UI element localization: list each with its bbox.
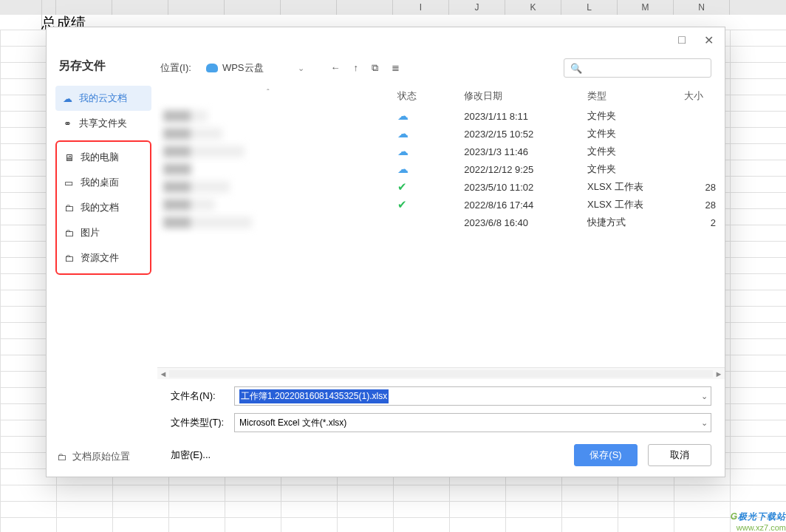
save-as-dialog: □ ✕ 另存文件 ☁ 我的云文档 ⚭ 共享文件夹 🖥 我的电脑 ▭ 我的桌面 (46, 27, 725, 477)
file-row[interactable]: ████✔2022/8/16 17:44XLSX 工作表28 (160, 196, 725, 214)
file-row[interactable]: ████2023/6/8 16:40快捷方式2 (160, 214, 725, 231)
file-list[interactable]: ˆ 状态 修改日期 类型 大小 ████☁2023/1/11 8:11文件夹██… (157, 85, 725, 367)
chevron-down-icon: ⌄ (298, 64, 304, 73)
filetype-combo[interactable]: Microsoft Excel 文件(*.xlsx) ⌄ (234, 413, 711, 432)
horizontal-scrollbar[interactable]: ◄ ► (157, 367, 725, 379)
sort-caret-icon[interactable]: ˆ (267, 88, 270, 97)
view-icon[interactable]: ≣ (392, 62, 400, 74)
cloud-icon: ☁ (61, 93, 73, 104)
folder-icon: 🗀 (63, 228, 75, 239)
file-row[interactable]: ████☁2023/1/11 8:11文件夹 (160, 107, 725, 125)
sidebar-item-label: 我的电脑 (81, 151, 119, 164)
sidebar-item-my-documents[interactable]: 🗀 我的文档 (57, 195, 150, 220)
up-icon[interactable]: ↑ (354, 62, 359, 74)
file-row[interactable]: ████☁2023/2/15 10:52文件夹 (160, 125, 725, 143)
watermark: G极光下载站 www.xz7.com (731, 511, 786, 532)
file-list-header[interactable]: 状态 修改日期 类型 大小 (160, 85, 725, 107)
sidebar-item-my-computer[interactable]: 🖥 我的电脑 (57, 145, 150, 170)
sidebar-item-label: 图片 (81, 226, 100, 239)
cancel-button[interactable]: 取消 (648, 444, 711, 466)
folder-icon: 🗀 (63, 202, 75, 214)
save-button[interactable]: 保存(S) (574, 444, 638, 466)
location-label: 位置(I): (160, 61, 191, 75)
sidebar-item-label: 我的桌面 (81, 176, 119, 189)
filetype-value: Microsoft Excel 文件(*.xlsx) (239, 417, 706, 429)
encrypt-link[interactable]: 加密(E)... (171, 449, 211, 462)
sidebar: 另存文件 ☁ 我的云文档 ⚭ 共享文件夹 🖥 我的电脑 ▭ 我的桌面 (47, 52, 157, 477)
path-toolbar: 位置(I): WPS云盘 ⌄ ← ↑ ⧉ ≣ 🔍 (157, 52, 725, 85)
sidebar-item-label: 共享文件夹 (79, 117, 127, 130)
scroll-right-icon[interactable]: ► (713, 369, 725, 378)
scroll-left-icon[interactable]: ◄ (157, 369, 169, 378)
search-input[interactable] (582, 63, 705, 73)
filename-combo[interactable]: 工作簿1.20220816081435325(1).xlsx ⌄ (234, 386, 711, 406)
highlight-box: 🖥 我的电脑 ▭ 我的桌面 🗀 我的文档 🗀 图片 🗀 资源文件 (55, 140, 151, 275)
sidebar-item-label: 我的云文档 (79, 92, 127, 105)
chevron-down-icon[interactable]: ⌄ (701, 418, 708, 428)
dialog-title: 另存文件 (55, 52, 151, 86)
share-icon: ⚭ (61, 118, 73, 129)
folder-icon: 🗀 (63, 253, 75, 264)
location-value: WPS云盘 (222, 61, 264, 75)
sidebar-item-shared[interactable]: ⚭ 共享文件夹 (55, 111, 151, 136)
sidebar-item-label: 资源文件 (81, 251, 119, 265)
location-dropdown[interactable]: WPS云盘 ⌄ (202, 60, 309, 76)
titlebar: □ ✕ (47, 27, 725, 52)
maximize-icon[interactable]: □ (671, 31, 692, 49)
sidebar-item-resources[interactable]: 🗀 资源文件 (57, 245, 150, 270)
file-row[interactable]: ████✔2023/5/10 11:02XLSX 工作表28 (160, 178, 725, 196)
sidebar-item-cloud-docs[interactable]: ☁ 我的云文档 (55, 86, 151, 111)
search-icon: 🔍 (570, 63, 582, 74)
original-location-link[interactable]: 🗀 文档原始位置 (57, 450, 130, 463)
monitor-icon: 🖥 (63, 152, 75, 163)
new-folder-icon[interactable]: ⧉ (372, 62, 378, 74)
filename-value[interactable]: 工作簿1.20220816081435325(1).xlsx (239, 389, 389, 403)
filetype-label: 文件类型(T): (171, 416, 234, 429)
search-box[interactable]: 🔍 (564, 58, 711, 78)
file-row[interactable]: ████☁2023/1/3 11:46文件夹 (160, 143, 725, 160)
back-icon[interactable]: ← (331, 62, 341, 74)
sidebar-item-my-desktop[interactable]: ▭ 我的桌面 (57, 170, 150, 195)
sidebar-item-pictures[interactable]: 🗀 图片 (57, 220, 150, 245)
cloud-disk-icon (206, 64, 218, 72)
desktop-icon: ▭ (63, 177, 75, 188)
column-headers: IJ KL MN (0, 0, 786, 15)
close-icon[interactable]: ✕ (698, 31, 719, 49)
chevron-down-icon[interactable]: ⌄ (701, 392, 708, 401)
filename-label: 文件名(N): (171, 389, 234, 403)
sidebar-item-label: 我的文档 (81, 201, 119, 214)
folder-icon: 🗀 (57, 451, 66, 463)
file-row[interactable]: ████☁2022/12/12 9:25文件夹 (160, 160, 725, 178)
